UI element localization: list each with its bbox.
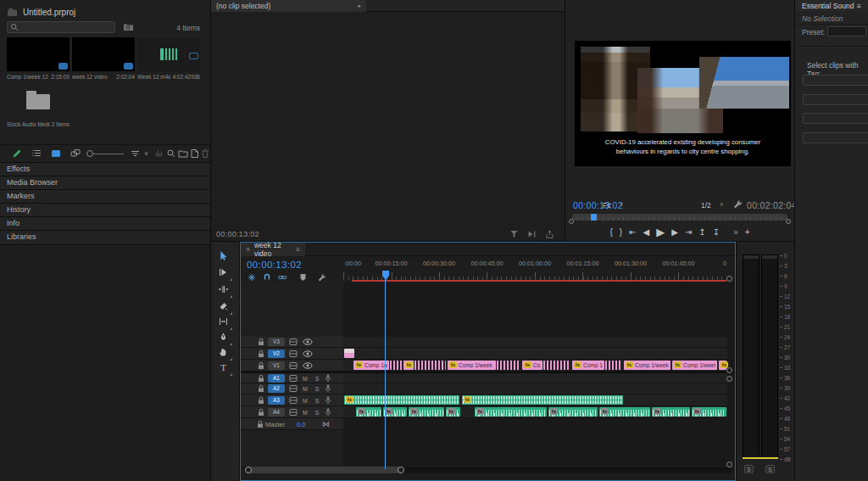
timeline-clip[interactable]: fx (409, 407, 444, 417)
snap-magnet-icon[interactable] (263, 273, 271, 282)
sync-lock-icon[interactable] (289, 350, 298, 358)
sync-lock-icon[interactable] (289, 374, 298, 383)
zoom-slider-handle[interactable] (86, 150, 93, 157)
freeform-view-icon[interactable] (70, 148, 81, 159)
toggle-track-output-eye-icon[interactable] (303, 362, 313, 369)
writable-pen-icon[interactable] (12, 148, 22, 159)
timeline-clip[interactable]: fxComp 1/week 12 (448, 361, 496, 370)
step-forward-button[interactable]: ▶ (671, 227, 678, 238)
program-preview[interactable]: COVID-19 accelerated existing developing… (575, 41, 791, 166)
tag-button-3[interactable] (803, 113, 868, 124)
preset-select[interactable] (827, 26, 866, 36)
timeline-clip[interactable]: fx (356, 407, 381, 417)
panel-tab-info[interactable]: Info (0, 216, 210, 230)
timeline-clip[interactable] (415, 361, 446, 370)
timeline-clip[interactable]: fx (652, 407, 690, 417)
lock-icon[interactable] (257, 350, 265, 358)
export-frame-icon[interactable] (545, 230, 554, 239)
track-target-v1[interactable]: V1 (268, 361, 285, 370)
timeline-settings-wrench-icon[interactable] (317, 273, 326, 282)
tag-button-1[interactable] (803, 75, 868, 86)
scroll-knob[interactable] (726, 461, 732, 467)
tool-track-select-forward[interactable] (218, 267, 232, 282)
mute-button[interactable]: M (302, 409, 309, 415)
timeline-clip[interactable]: fxComp 1/ (572, 361, 604, 370)
go-to-in-button[interactable]: ⇤ (629, 227, 636, 238)
timeline-clip[interactable]: fxCo (522, 361, 542, 370)
timeline-clip[interactable]: fx (344, 395, 459, 405)
find-icon[interactable] (166, 148, 176, 159)
track-target-v3[interactable]: V3 (268, 338, 285, 346)
step-back-button[interactable]: ◀ (643, 227, 650, 238)
automate-to-sequence-icon[interactable] (154, 148, 164, 159)
master-level-value[interactable]: 0.0 (297, 420, 305, 428)
playback-compare-icon[interactable] (527, 230, 537, 239)
sync-lock-icon[interactable] (289, 338, 298, 346)
more-button[interactable]: » (733, 227, 738, 238)
scrubber-left-handle[interactable] (569, 219, 574, 224)
solo-right-button[interactable]: S (765, 465, 775, 473)
tool-razor[interactable] (218, 301, 232, 316)
project-clip-tile[interactable]: Week 12.m4a4:02:42936 (137, 37, 200, 80)
mute-button[interactable]: M (302, 375, 309, 381)
track-target-a2[interactable]: A2 (268, 384, 285, 393)
voiceover-mic-icon[interactable] (325, 373, 331, 383)
timeline-tab[interactable]: × week 12 video ≡ (241, 243, 305, 256)
nest-sequences-icon[interactable] (248, 273, 256, 282)
extract-button[interactable]: ↧ (713, 227, 720, 238)
project-clip-tile[interactable]: Comp 1/week 12 vi...2:15:00 (7, 37, 70, 80)
timeline-clip[interactable]: fx (548, 407, 598, 417)
source-tab[interactable]: (no clip selected) ▸ (211, 0, 366, 12)
lock-icon[interactable] (257, 396, 265, 405)
panel-menu-icon[interactable]: ≡ (857, 2, 861, 11)
panel-menu-icon[interactable]: ▸ (358, 3, 361, 9)
tool-type[interactable]: T (218, 362, 232, 377)
project-clip-tile[interactable]: Stock Audio Media2 Items (7, 85, 70, 127)
track-target-v2[interactable]: V2 (268, 350, 285, 358)
settings-wrench-icon[interactable] (732, 199, 742, 209)
timeline-clip[interactable]: fx (462, 395, 623, 405)
tag-button-2[interactable] (803, 94, 868, 105)
tag-button-4[interactable] (803, 132, 868, 143)
sync-lock-icon[interactable] (289, 384, 298, 393)
scrubber-playhead[interactable] (591, 214, 597, 221)
panel-tab-effects[interactable]: Effects (0, 162, 210, 176)
close-tab-icon[interactable]: × (246, 245, 250, 254)
mark-out-button[interactable]: } (620, 227, 622, 238)
lock-icon[interactable] (257, 408, 265, 417)
new-item-icon[interactable] (190, 148, 200, 159)
keyframes-icon[interactable]: ⋈ (322, 420, 330, 428)
timeline-clip[interactable]: fxComp 1/week 12 (624, 361, 670, 370)
linked-selection-icon[interactable] (278, 273, 287, 282)
timeline-clip[interactable] (497, 361, 520, 370)
solo-left-button[interactable]: S (744, 465, 754, 473)
track-target-a3[interactable]: A3 (268, 396, 285, 405)
program-scrubber[interactable] (572, 214, 787, 221)
play-button[interactable]: ▶ (656, 227, 665, 238)
scroll-knob[interactable] (726, 276, 732, 282)
project-clip-tile[interactable]: week 12 video2:02:04 (72, 37, 135, 80)
hscrollbar-left-handle[interactable] (245, 467, 252, 473)
timeline-clip[interactable] (605, 361, 622, 370)
search-input[interactable] (7, 21, 115, 33)
lock-icon[interactable] (257, 384, 265, 393)
timeline-clip[interactable]: fx (719, 361, 726, 370)
tool-ripple-edit[interactable] (218, 284, 232, 299)
sort-chevron-icon[interactable]: ∨ (144, 150, 148, 157)
zoom-level-select[interactable]: Fit ∨ (603, 201, 624, 210)
timeline-clip[interactable]: fxComp 1/week 12 (672, 361, 717, 370)
timeline-clip[interactable]: fxComp 1/w (353, 361, 389, 370)
timeline-hscrollbar[interactable] (243, 466, 732, 475)
lock-icon[interactable] (257, 361, 265, 370)
delete-icon[interactable] (201, 148, 209, 159)
sync-lock-icon[interactable] (289, 361, 298, 370)
hscrollbar-right-handle[interactable] (398, 467, 404, 473)
tool-slip[interactable] (218, 316, 232, 331)
timeline-clip[interactable] (543, 361, 570, 370)
lock-icon[interactable] (256, 420, 264, 428)
solo-button[interactable]: S (314, 397, 320, 403)
playback-resolution-select[interactable]: 1/2 ∨ (701, 201, 724, 210)
sync-lock-icon[interactable] (289, 408, 298, 417)
timeline-ruler[interactable]: :00:0000:00:15:0000:00:30:0000:00:45:000… (343, 256, 726, 282)
tool-pen[interactable] (218, 332, 232, 346)
